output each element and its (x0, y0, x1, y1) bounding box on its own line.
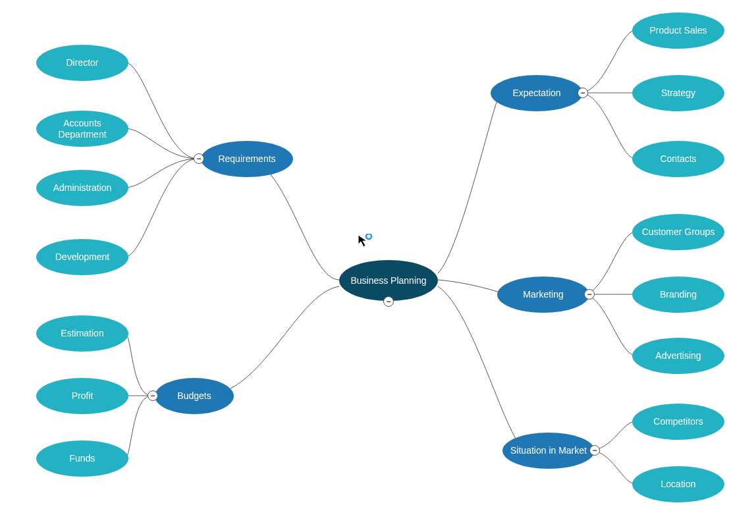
requirements-label: Requirements (218, 153, 275, 165)
node-competitors[interactable]: Competitors (632, 404, 724, 440)
node-budgets[interactable]: Budgets (155, 378, 234, 414)
node-administration[interactable]: Administration (36, 170, 128, 206)
node-product-sales[interactable]: Product Sales (632, 13, 724, 49)
root-label: Business Planning (350, 275, 426, 286)
toggle-budgets[interactable]: − (148, 390, 158, 401)
node-location[interactable]: Location (632, 466, 724, 502)
budgets-label: Budgets (177, 390, 211, 402)
node-contacts[interactable]: Contacts (632, 141, 724, 177)
toggle-situation[interactable]: − (589, 445, 600, 456)
node-root[interactable]: Business Planning (339, 260, 438, 301)
toggle-requirements[interactable]: − (194, 153, 204, 164)
node-situation-in-market[interactable]: Situation in Market (502, 433, 595, 469)
expectation-label: Expectation (512, 88, 560, 99)
node-marketing[interactable]: Marketing (497, 277, 589, 313)
node-funds[interactable]: Funds (36, 440, 128, 477)
node-requirements[interactable]: Requirements (201, 141, 293, 177)
svg-point-0 (366, 234, 371, 239)
node-branding[interactable]: Branding (632, 277, 724, 313)
node-director[interactable]: Director (36, 45, 128, 81)
toggle-root[interactable]: − (383, 296, 394, 307)
node-estimation[interactable]: Estimation (36, 315, 128, 352)
marketing-label: Marketing (523, 289, 563, 300)
node-accounts-department[interactable]: Accounts Department (36, 111, 128, 147)
node-profit[interactable]: Profit (36, 378, 128, 414)
toggle-expectation[interactable]: − (578, 88, 588, 98)
node-strategy[interactable]: Strategy (632, 75, 724, 111)
node-development[interactable]: Development (36, 239, 128, 275)
node-expectation[interactable]: Expectation (491, 75, 583, 111)
node-customer-groups[interactable]: Customer Groups (632, 214, 724, 250)
cursor-busy-icon (357, 234, 370, 247)
situation-label: Situation in Market (510, 445, 587, 456)
toggle-marketing[interactable]: − (584, 289, 595, 300)
node-advertising[interactable]: Advertising (632, 338, 724, 374)
